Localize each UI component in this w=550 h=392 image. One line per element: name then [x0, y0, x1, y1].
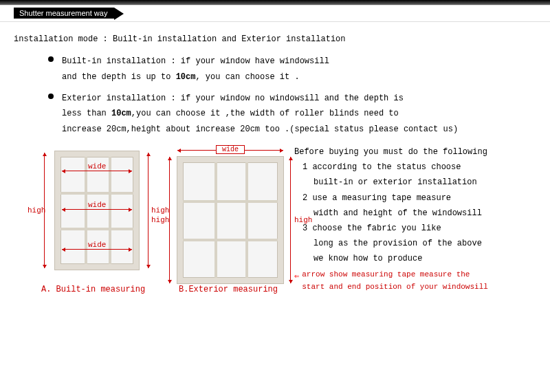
- instr-1: 1 according to the status choose: [302, 160, 536, 175]
- arrow-note-l2: start and end position of your windowsil…: [302, 283, 488, 291]
- high-label: high: [28, 206, 45, 215]
- wide-label: wide: [88, 201, 106, 209]
- exterior-depth: 10cm: [111, 109, 131, 118]
- diagram-builtin-measuring: wide wide wide high high A. Built-in mea…: [34, 144, 151, 296]
- divider: [0, 21, 550, 22]
- diagram-exterior-measuring: wide high high B.Exterior measuring: [172, 144, 289, 296]
- exterior-line2a: less than: [62, 109, 111, 118]
- instructions-intro: Before buying you must do the following: [294, 144, 536, 160]
- builtin-line2c: , you can choose it .: [195, 72, 299, 82]
- instr-1b: built-in or exterior installation: [302, 175, 536, 190]
- high-label: high: [294, 216, 312, 224]
- bullet-dot-icon: [48, 56, 54, 62]
- wide-arrow-icon: [62, 171, 132, 171]
- instr-2: 2 use a measuring tape measure: [302, 190, 536, 206]
- instructions-block: Before buying you must do the following …: [294, 144, 536, 296]
- window-frame-b: [177, 157, 283, 283]
- page-title-ribbon: Shutter measurement way: [14, 8, 114, 19]
- exterior-line3: increase 20cm,height about increase 20cm…: [62, 124, 458, 134]
- builtin-line2a: and the depth is up to: [62, 72, 176, 82]
- bullet-dot-icon: [48, 94, 54, 99]
- caption-b: B.Exterior measuring: [179, 285, 278, 294]
- page-title: Shutter measurement way: [19, 9, 107, 17]
- wide-label: wide: [88, 241, 106, 249]
- bullet-exterior: Exterior installation : if your window n…: [48, 91, 536, 138]
- high-arrow-icon: [148, 153, 148, 268]
- wide-label: wide: [88, 162, 106, 171]
- wide-label: wide: [216, 145, 245, 154]
- exterior-line2c: ,you can choose it ,the width of roller …: [131, 109, 399, 118]
- high-label: high: [151, 216, 169, 224]
- arrow-left-icon: ⇐: [294, 270, 299, 283]
- installation-mode-line: installation mode : Built-in installatio…: [14, 34, 536, 44]
- builtin-line1: Built-in installation : if your window h…: [62, 56, 329, 66]
- wide-arrow-icon: [62, 249, 132, 250]
- header-bar: [0, 0, 550, 6]
- builtin-depth: 10cm: [176, 72, 196, 82]
- arrow-note: ⇐ arrow show measuring tape measure the …: [294, 269, 536, 293]
- instr-3b: long as the provision of the above: [302, 236, 536, 251]
- bullet-builtin-text: Built-in installation : if your window h…: [62, 54, 329, 85]
- high-label: high: [151, 206, 169, 215]
- instr-2b: width and height of the windowsill: [302, 206, 536, 221]
- caption-a: A. Built-in measuring: [41, 285, 145, 294]
- wide-arrow-icon: [62, 209, 132, 210]
- bullet-exterior-text: Exterior installation : if your window n…: [62, 91, 458, 138]
- high-arrow-icon: [290, 157, 291, 283]
- arrow-note-l1: arrow show measuring tape measure the: [302, 270, 470, 279]
- bullet-builtin: Built-in installation : if your window h…: [48, 54, 536, 85]
- instr-3c: we know how to produce: [302, 251, 536, 266]
- exterior-line1: Exterior installation : if your window n…: [62, 94, 404, 103]
- instr-3: 3 choose the fabric you like: [302, 221, 536, 236]
